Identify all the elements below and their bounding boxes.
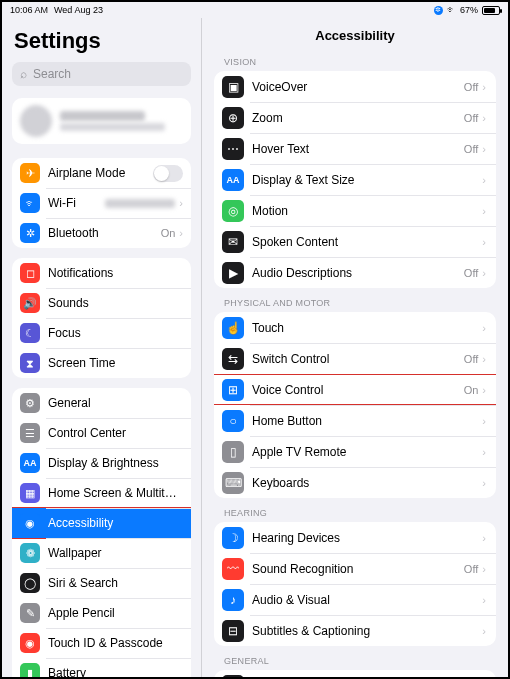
sidebar-item-bluetooth[interactable]: ✲BluetoothOn› <box>12 218 191 248</box>
chevron-right-icon: › <box>482 384 486 396</box>
chevron-right-icon: › <box>482 563 486 575</box>
sidebar-item-focus[interactable]: ☾Focus <box>12 318 191 348</box>
sidebar-item-sounds[interactable]: 🔊Sounds <box>12 288 191 318</box>
siri-icon: ◯ <box>20 573 40 593</box>
detail-row-keyboards[interactable]: ⌨Keyboards› <box>214 467 496 498</box>
sidebar-item-touchid[interactable]: ◉Touch ID & Passcode <box>12 628 191 658</box>
battery-icon <box>482 6 500 15</box>
detail-row-label: VoiceOver <box>252 80 464 94</box>
detail-row-textsize[interactable]: AADisplay & Text Size› <box>214 164 496 195</box>
sidebar-item-label: General <box>48 396 183 410</box>
apple-id-row[interactable] <box>12 98 191 144</box>
sidebar-item-label: Siri & Search <box>48 576 183 590</box>
sidebar-item-battery[interactable]: ▮Battery <box>12 658 191 677</box>
detail-row-label: Audio Descriptions <box>252 266 464 280</box>
sidebar-item-label: Bluetooth <box>48 226 161 240</box>
detail-row-subtitles[interactable]: ⊟Subtitles & Captioning› <box>214 615 496 646</box>
detail-row-label: Hover Text <box>252 142 464 156</box>
detail-row-value: Off <box>464 112 478 124</box>
flower-icon: ❁ <box>20 543 40 563</box>
sidebar-item-label: Wallpaper <box>48 546 183 560</box>
search-placeholder: Search <box>33 67 71 81</box>
sidebar-item-display[interactable]: AADisplay & Brightness <box>12 448 191 478</box>
grid-icon: ▦ <box>20 483 40 503</box>
detail-row-spoken[interactable]: ✉Spoken Content› <box>214 226 496 257</box>
detail-row-switchcontrol[interactable]: ⇆Switch ControlOff› <box>214 343 496 374</box>
chevron-right-icon: › <box>482 353 486 365</box>
sidebar-title: Settings <box>2 18 201 58</box>
status-time: 10:06 AM <box>10 5 48 15</box>
sidebar-item-label: Wi-Fi <box>48 196 105 210</box>
detail-row-touch[interactable]: ☝Touch› <box>214 312 496 343</box>
switch-icon: ⇆ <box>222 348 244 370</box>
keyboard-icon: ⌨ <box>222 472 244 494</box>
detail-title: Accessibility <box>202 18 508 47</box>
sidebar-item-label: Apple Pencil <box>48 606 183 620</box>
detail-row-label: Sound Recognition <box>252 562 464 576</box>
chevron-right-icon: › <box>482 143 486 155</box>
sidebar-item-label: Home Screen & Multitasking <box>48 486 183 500</box>
zoom-icon: ⊕ <box>222 107 244 129</box>
search-input[interactable]: ⌕ Search <box>12 62 191 86</box>
wifi-network-redacted <box>105 199 175 208</box>
detail-row-label: Keyboards <box>252 476 482 490</box>
gear-icon: ⚙ <box>20 393 40 413</box>
aa-icon: AA <box>222 169 244 191</box>
detail-row-audiovisual[interactable]: ♪Audio & Visual› <box>214 584 496 615</box>
section-header: Hearing <box>202 498 508 522</box>
sidebar-item-homescreen[interactable]: ▦Home Screen & Multitasking <box>12 478 191 508</box>
sidebar-item-pencil[interactable]: ✎Apple Pencil <box>12 598 191 628</box>
sidebar-item-notifications[interactable]: ◻Notifications <box>12 258 191 288</box>
detail-row-motion[interactable]: ◎Motion› <box>214 195 496 226</box>
battery-icon: ▮ <box>20 663 40 677</box>
sidebar-item-screentime[interactable]: ⧗Screen Time <box>12 348 191 378</box>
sidebar-item-accessibility[interactable]: ◉Accessibility <box>12 508 191 538</box>
sidebar-item-label: Notifications <box>48 266 183 280</box>
sidebar-item-wallpaper[interactable]: ❁Wallpaper <box>12 538 191 568</box>
home-icon: ○ <box>222 410 244 432</box>
detail-row-label: Subtitles & Captioning <box>252 624 482 638</box>
detail-row-homebutton[interactable]: ○Home Button› <box>214 405 496 436</box>
detail-row-voiceover[interactable]: ▣VoiceOverOff› <box>214 71 496 102</box>
chevron-right-icon: › <box>482 174 486 186</box>
airplane-toggle[interactable] <box>153 165 183 182</box>
ear-icon: ☽ <box>222 527 244 549</box>
chevron-right-icon: › <box>482 594 486 606</box>
detail-row-hearingdev[interactable]: ☽Hearing Devices› <box>214 522 496 553</box>
detail-row-zoom[interactable]: ⊕ZoomOff› <box>214 102 496 133</box>
detail-row-appletv[interactable]: ▯Apple TV Remote› <box>214 436 496 467</box>
hourglass-icon: ⧗ <box>20 353 40 373</box>
profile-sub-redacted <box>60 123 165 131</box>
detail-row-voicecontrol[interactable]: ⊞Voice ControlOn› <box>214 374 496 405</box>
detail-row-soundrecog[interactable]: 〰Sound RecognitionOff› <box>214 553 496 584</box>
motion-icon: ◎ <box>222 200 244 222</box>
search-icon: ⌕ <box>20 67 27 81</box>
voice-icon: ⊞ <box>222 379 244 401</box>
detail-row-guidedaccess[interactable]: ▣Guided AccessOn› <box>214 670 496 677</box>
sidebar-item-label: Touch ID & Passcode <box>48 636 183 650</box>
airplane-icon: ✈ <box>20 163 40 183</box>
lock-icon: ▣ <box>222 675 244 678</box>
profile-name-redacted <box>60 111 145 121</box>
sidebar-item-siri[interactable]: ◯Siri & Search <box>12 568 191 598</box>
sidebar-item-label: Screen Time <box>48 356 183 370</box>
bluetooth-icon: ✲ <box>20 223 40 243</box>
chevron-right-icon: › <box>482 415 486 427</box>
sidebar-item-controlcenter[interactable]: ☰Control Center <box>12 418 191 448</box>
detail-row-value: Off <box>464 81 478 93</box>
detail-row-label: Voice Control <box>252 383 464 397</box>
sidebar-item-airplane[interactable]: ✈Airplane Mode <box>12 158 191 188</box>
detail-row-audiodesc[interactable]: ▶Audio DescriptionsOff› <box>214 257 496 288</box>
section-header: General <box>202 646 508 670</box>
section-header: Physical and Motor <box>202 288 508 312</box>
sidebar-item-general[interactable]: ⚙General <box>12 388 191 418</box>
detail-row-hovertext[interactable]: ⋯Hover TextOff› <box>214 133 496 164</box>
chevron-right-icon: › <box>482 446 486 458</box>
detail-row-value: On <box>464 384 479 396</box>
chevron-right-icon: › <box>179 227 183 239</box>
chevron-right-icon: › <box>482 205 486 217</box>
sidebar-item-label: Accessibility <box>48 516 183 530</box>
sidebar-item-wifi[interactable]: ᯤWi-Fi› <box>12 188 191 218</box>
status-date: Wed Aug 23 <box>54 5 103 15</box>
chevron-right-icon: › <box>482 112 486 124</box>
